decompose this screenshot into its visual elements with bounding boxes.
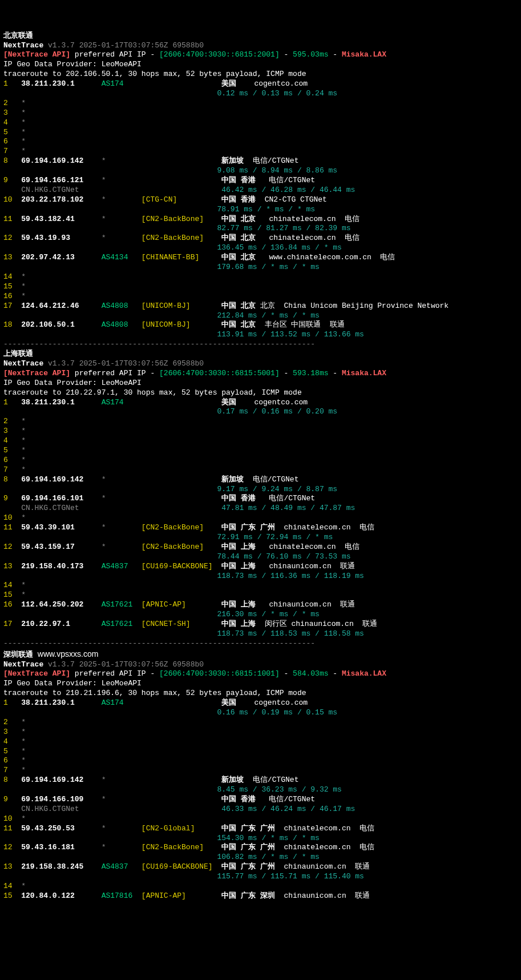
hop-extra: 电信/CTGNet [256,795,315,804]
hop-location: 新加坡 [221,776,244,784]
hop-rtt: 118.73 ms / 116.36 ms / 118.19 ms [217,572,364,580]
hop-star: * [21,417,26,425]
hop-number: 1 [3,79,13,89]
hop-number: 2 [3,99,13,109]
hop-number: 11 [3,215,13,224]
hop-extra: www.chinatelecom.com.cn 电信 [256,253,395,262]
hop-star: * [21,456,26,464]
hop-as: AS17621 [102,600,142,610]
api-prefix: [NextTrace API] [3,50,70,59]
hop-as: * [102,824,142,834]
hop-row: 1 38.211.230.1 AS174美国 cogentco.com [3,398,518,408]
hop-row: 9 69.194.166.109 *中国 香港 电信/CTGNet [3,795,518,805]
hop-row: 15 * [3,591,518,600]
hop-number: 18 [3,320,13,330]
hop-as: * [102,843,142,853]
hop-as: * [102,176,142,186]
hop-ip: 219.158.40.173 [21,562,97,572]
hop-number: 9 [3,795,13,805]
hop-number: 10 [3,513,13,523]
hop-number: 7 [3,766,13,776]
hop-tag: [CTG-CN] [142,195,221,205]
hop-number: 11 [3,824,13,834]
hop-extra: 北京 China Unicom Beijing Province Network [256,302,449,310]
hop-extra: 电信/CTGNet [244,776,298,784]
hop-rtt: 136.45 ms / 136.84 ms / * ms [217,243,341,252]
api-prefix: [NextTrace API] [3,669,70,678]
hop-as: AS4837 [102,562,142,572]
hop-hostname: CN.HKG.CTGNet [21,186,79,194]
hop-star: * [21,109,26,117]
hop-rtt: 72.91 ms / 72.94 ms / * ms [217,533,333,541]
traceroute-row: traceroute to 202.106.50.1, 30 hops max,… [3,70,518,79]
hop-ip: 59.43.159.17 [21,543,97,552]
traceroute-row: traceroute to 210.21.196.6, 30 hops max,… [3,689,518,698]
geo-provider: IP Geo Data Provider: LeoMoeAPI [3,379,142,387]
traceroute-row: traceroute to 210.22.97.1, 30 hops max, … [3,388,518,398]
hop-row: 13 219.158.40.173 AS4837[CU169-BACKBONE]… [3,562,518,572]
hop-row: 4 * [3,118,518,128]
hop-number: 4 [3,737,13,747]
hop-number: 8 [3,776,13,785]
hop-rtt: 78.44 ms / 76.10 ms / 73.53 ms [217,552,350,561]
hop-extra: 电信/CTGNet [244,156,298,165]
hop-star: * [21,427,26,435]
hop-row: 14 * [3,882,518,891]
version: v1.3.7 2025-01-17T03:07:56Z 69588b0 [43,41,204,50]
hop-rtt-row: 82.77 ms / 81.27 ms / 82.39 ms [3,224,518,234]
api-prefix: [NextTrace API] [3,369,70,377]
hop-rtt: 118.73 ms / 118.53 ms / 118.58 ms [217,629,364,638]
hop-rtt: 106.82 ms / * ms / * ms [217,853,319,861]
hop-rtt-row: 106.82 ms / * ms / * ms [3,853,518,862]
terminal-output: 北京联通NextTrace v1.3.7 2025-01-17T03:07:56… [3,31,518,901]
nexttrace-label: NextTrace [3,41,43,50]
hop-location: 中国 香港 [221,176,256,184]
hop-rtt: 179.68 ms / * ms / * ms [217,263,319,271]
hop-number: 15 [3,282,13,292]
hop-location: 中国 广东 广州 [221,824,275,833]
hop-star: * [21,747,26,756]
hop-rtt-row: 78.44 ms / 76.10 ms / 73.53 ms [3,552,518,562]
hop-row: 8 69.194.169.142 *新加坡 电信/CTGNet [3,776,518,785]
hop-number: 2 [3,417,13,427]
hop-extra: cogentco.com [236,79,308,88]
hop-row: 4 * [3,436,518,446]
hop-star: * [21,446,26,455]
hop-ip: 38.211.230.1 [21,398,97,408]
nexttrace-label: NextTrace [3,660,43,669]
hop-rtt-row: 179.68 ms / * ms / * ms [3,263,518,272]
hop-extra: chinaunicom.cn 联通 [275,891,370,900]
hop-row: 10 * [3,513,518,523]
hop-rtt: 154.30 ms / * ms / * ms [217,834,319,842]
hop-number: 9 [3,176,13,186]
api-ip: [2606:4700:3030::6815:5001] [159,369,280,377]
hop-extra: 电信/CTGNet [256,176,315,184]
hop-location: 中国 北京 [221,215,256,223]
hop-location: 中国 北京 [221,320,256,329]
hop-extra: chinaunicom.cn 联通 [256,562,355,571]
hop-row: 15 120.84.0.122 AS17816[APNIC-AP]中国 广东 深… [3,891,518,901]
hop-ip: 210.22.97.1 [21,620,97,629]
hop-number: 13 [3,862,13,872]
hop-as: AS4808 [102,302,142,311]
hop-row: 1 38.211.230.1 AS174美国 cogentco.com [3,698,518,708]
hop-location: 中国 广东 广州 [221,523,275,532]
hop-as: * [102,156,142,166]
hop-extra: chinatelecom.cn 电信 [275,843,374,852]
hop-tag: [APNIC-AP] [142,891,221,901]
hop-number: 15 [3,891,13,901]
hop-number: 7 [3,465,13,475]
hop-as: AS17816 [102,891,142,901]
hop-star: * [21,436,26,445]
geo-row: IP Geo Data Provider: LeoMoeAPI [3,60,518,70]
hop-row: 11 59.43.39.101 *[CN2-BackBone]中国 广东 广州 … [3,523,518,533]
nexttrace-row: NextTrace v1.3.7 2025-01-17T03:07:56Z 69… [3,41,518,51]
api-ip: [2606:4700:3030::6815:1001] [159,669,280,678]
divider: ----------------------------------------… [3,639,315,648]
hop-row: 7 * [3,147,518,156]
hop-rtt-row: 9.08 ms / 8.94 ms / 8.86 ms [3,166,518,176]
api-ip: [2606:4700:3030::6815:2001] [159,50,280,59]
hop-extra: 丰台区 中国联通 联通 [256,320,345,329]
hop-row: 14 * [3,272,518,282]
hop-row: 3 * [3,109,518,118]
